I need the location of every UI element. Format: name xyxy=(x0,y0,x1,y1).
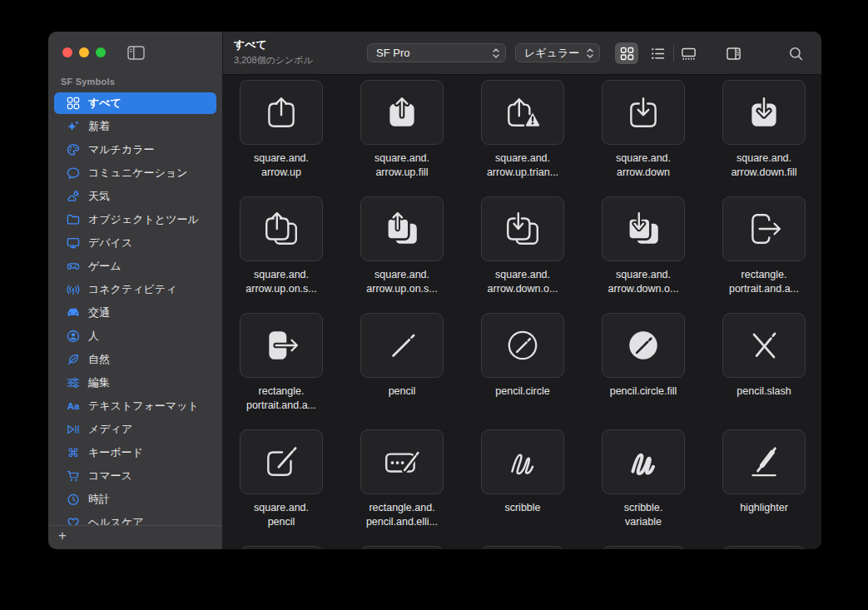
symbol-cell[interactable] xyxy=(481,546,564,549)
sidebar-item[interactable]: 時計 xyxy=(54,488,216,510)
symbol-cell[interactable] xyxy=(360,546,444,549)
sidebar-item[interactable]: コマース xyxy=(54,465,216,487)
symbol-cell[interactable] xyxy=(240,196,323,261)
sidebar-item[interactable]: マルチカラー xyxy=(54,139,216,161)
symbol-cell[interactable] xyxy=(360,313,444,378)
symbol-cell[interactable] xyxy=(722,313,806,378)
sidebar-item[interactable]: オブジェクトとツール xyxy=(54,209,216,231)
sidebar-section-title: SF Symbols xyxy=(61,77,115,87)
weight-select[interactable]: レギュラー xyxy=(515,43,600,62)
symbol-name: square.and.arrow.up.on.s... xyxy=(223,268,342,295)
palette-icon xyxy=(65,143,82,156)
sidebar-item[interactable]: ヘルスケア xyxy=(54,512,216,525)
pencil-circle-fill-icon xyxy=(624,326,662,365)
sidebar-item[interactable]: Aaテキストフォーマット xyxy=(54,395,216,417)
page-title: すべて xyxy=(234,37,313,52)
symbol-cell[interactable] xyxy=(481,429,564,494)
sidebar-item-label: ヘルスケア xyxy=(88,515,144,525)
title-block: すべて 3,208個のシンボル xyxy=(234,37,313,67)
symbol-cell[interactable] xyxy=(722,80,806,145)
gallery-view-button[interactable] xyxy=(677,42,700,64)
symbol-cell[interactable] xyxy=(722,429,806,494)
symbol-grid[interactable]: square.and.arrow.upsquare.and.arrow.up.f… xyxy=(223,75,821,549)
leaf-icon xyxy=(65,353,82,366)
symbol-cell[interactable] xyxy=(602,546,685,549)
sidebar-item[interactable]: ゲーム xyxy=(54,255,216,277)
inspector-view-button[interactable] xyxy=(722,42,745,64)
square-arrow-up-fill-icon xyxy=(383,93,421,131)
sidebar-item[interactable]: 交通 xyxy=(54,302,216,324)
symbol-cell[interactable] xyxy=(240,313,323,378)
font-select[interactable]: SF Pro xyxy=(367,43,506,62)
symbol-name: square.and.arrow.up xyxy=(223,151,342,179)
sidebar-item-label: コミュニケーション xyxy=(88,166,187,181)
rect-portrait-arrow-right-icon xyxy=(745,210,783,248)
sidebar-item-label: 自然 xyxy=(88,352,110,367)
speech-bubble-icon xyxy=(65,166,82,180)
square-arrow-up-badge-icon xyxy=(503,93,542,131)
pencil-icon xyxy=(383,326,421,365)
symbol-cell[interactable] xyxy=(360,429,444,494)
sliders-icon xyxy=(65,376,82,389)
square-arrow-down-fill-icon xyxy=(745,93,783,131)
symbol-cell[interactable] xyxy=(602,429,685,494)
sidebar-toggle-icon[interactable] xyxy=(127,46,145,60)
symbol-name: square.and.arrow.up.fill xyxy=(341,151,463,179)
sidebar-item-label: デバイス xyxy=(88,236,132,250)
sf-symbols-window: SF Symbols すべて新着マルチカラーコミュニケーション天気オブジェクトと… xyxy=(48,32,821,549)
symbol-name: square.and.arrow.down xyxy=(583,151,704,179)
folder-icon xyxy=(65,213,82,226)
textformat-icon: Aa xyxy=(65,399,82,413)
grid-view-button[interactable] xyxy=(615,42,638,64)
symbol-cell[interactable] xyxy=(240,546,323,549)
symbol-cell[interactable] xyxy=(722,196,806,261)
symbol-cell[interactable] xyxy=(360,80,444,145)
add-collection-button[interactable]: + xyxy=(58,528,67,544)
font-select-value: SF Pro xyxy=(376,47,409,59)
symbol-cell[interactable] xyxy=(602,80,685,145)
pencil-circle-icon xyxy=(503,326,542,365)
sidebar-item-label: オブジェクトとツール xyxy=(88,212,199,227)
symbol-cell[interactable] xyxy=(602,313,685,378)
play-pause-icon xyxy=(65,423,82,436)
symbol-count: 3,208個のシンボル xyxy=(234,54,313,67)
sidebar-item[interactable]: 人 xyxy=(54,325,216,347)
symbol-name: rectangle.portrait.and.a... xyxy=(223,384,342,412)
symbol-name: pencil xyxy=(341,384,463,399)
sidebar-item[interactable]: コネクティビティ xyxy=(54,279,216,300)
highlighter-icon xyxy=(745,443,783,481)
sidebar-item-label: 編集 xyxy=(88,375,110,390)
symbol-cell[interactable] xyxy=(360,196,444,261)
symbol-cell[interactable] xyxy=(481,313,564,378)
person-circle-icon xyxy=(65,330,82,343)
sidebar-item-label: 交通 xyxy=(88,305,110,320)
sidebar-item[interactable]: 天気 xyxy=(54,186,216,207)
sidebar-item[interactable]: 編集 xyxy=(54,372,216,394)
search-icon[interactable] xyxy=(786,43,806,63)
sidebar-item[interactable]: コミュニケーション xyxy=(54,162,216,184)
sidebar-item[interactable]: ⌘キーボード xyxy=(54,442,216,464)
symbol-name: square.and.arrow.up.trian... xyxy=(462,151,583,179)
symbol-cell[interactable] xyxy=(481,196,564,261)
squares-arrow-down-fill-icon xyxy=(624,210,662,248)
svg-text:⌘: ⌘ xyxy=(67,446,79,459)
symbol-cell[interactable] xyxy=(240,429,323,494)
symbol-cell[interactable] xyxy=(240,80,323,145)
sidebar: SF Symbols すべて新着マルチカラーコミュニケーション天気オブジェクトと… xyxy=(48,32,222,549)
sidebar-item[interactable]: メディア xyxy=(54,419,216,440)
squares-arrow-up-icon xyxy=(262,210,300,248)
zoom-button[interactable] xyxy=(96,47,106,57)
sidebar-item[interactable]: すべて xyxy=(54,92,216,114)
symbol-name: square.and.arrow.down.fill xyxy=(703,151,821,179)
sidebar-item[interactable]: デバイス xyxy=(54,232,216,254)
heart-icon xyxy=(65,516,82,525)
symbol-cell[interactable] xyxy=(722,546,806,549)
sidebar-item[interactable]: 新着 xyxy=(54,116,216,137)
list-view-button[interactable] xyxy=(646,42,669,64)
symbol-cell[interactable] xyxy=(481,80,564,145)
sidebar-item-label: マルチカラー xyxy=(88,142,155,157)
sidebar-item[interactable]: 自然 xyxy=(54,349,216,370)
minimize-button[interactable] xyxy=(79,47,89,57)
close-button[interactable] xyxy=(62,47,72,57)
symbol-cell[interactable] xyxy=(602,196,685,261)
